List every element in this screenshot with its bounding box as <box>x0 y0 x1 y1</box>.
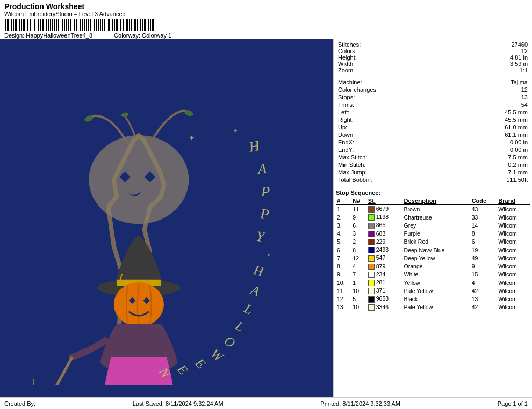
cell-n: 10 <box>351 303 367 311</box>
svg-point-77 <box>121 112 130 118</box>
header-top: Production Worksheet Wilcom EmbroiderySt… <box>0 0 532 39</box>
cell-brand: Wilcom <box>497 254 530 262</box>
machine-stat-value: Tajima <box>511 79 528 85</box>
document-title: Production Worksheet <box>4 2 528 11</box>
cell-brand: Wilcom <box>497 213 530 221</box>
svg-rect-71 <box>148 19 149 31</box>
embroidery-design: H A P P Y H A L L O W E E N ✦ ✦ ✦ <box>21 52 312 385</box>
cell-st: 3346 <box>367 303 403 311</box>
cell-n: 1 <box>351 279 367 287</box>
header-left: Production Worksheet Wilcom EmbroiderySt… <box>4 2 528 39</box>
cell-code: 15 <box>471 271 498 279</box>
svg-rect-55 <box>116 19 118 31</box>
machine-stat-label: Down: <box>338 132 397 138</box>
svg-rect-32 <box>70 19 71 31</box>
svg-rect-13 <box>32 19 32 31</box>
stat-stitches-row: Stitches: 27460 <box>338 41 528 48</box>
cell-code: 9 <box>471 262 498 271</box>
cell-num: 12. <box>336 295 351 303</box>
cell-brand: Wilcom <box>497 287 530 295</box>
cell-num: 1. <box>336 205 351 214</box>
cell-num: 9. <box>336 271 351 279</box>
cell-code: 33 <box>471 213 498 221</box>
cell-st: 229 <box>367 238 403 246</box>
svg-rect-61 <box>129 19 130 31</box>
machine-stat-value: 0.00 in <box>510 139 528 145</box>
svg-point-74 <box>89 135 189 224</box>
cell-num: 10. <box>336 279 351 287</box>
color-swatch <box>368 272 375 278</box>
cell-st: 371 <box>367 287 403 295</box>
machine-stat-value: 61.1 mm <box>505 132 528 138</box>
machine-stat-row: Trims:54 <box>338 101 528 108</box>
cell-code: 14 <box>471 221 498 229</box>
svg-text:H: H <box>247 137 262 155</box>
svg-text:A: A <box>248 282 262 299</box>
svg-rect-7 <box>19 19 20 31</box>
svg-rect-62 <box>131 19 132 31</box>
svg-rect-45 <box>96 19 97 31</box>
color-swatch <box>368 214 375 221</box>
barcode <box>4 19 155 31</box>
svg-point-81 <box>114 282 164 326</box>
table-row: 4. 3 683 Purple 8 Wilcom <box>336 230 530 238</box>
cell-brand: Wilcom <box>497 279 530 287</box>
svg-rect-27 <box>60 19 60 31</box>
svg-text:O: O <box>222 333 238 350</box>
table-row: 6. 8 2493 Deep Navy Blue 19 Wilcom <box>336 246 530 254</box>
svg-rect-69 <box>144 19 146 31</box>
cell-code: 42 <box>471 287 498 295</box>
cell-code: 4 <box>471 279 498 287</box>
design-label: Design: HappyHalloweenTree4_8 <box>4 32 92 39</box>
stat-height-row: Height: 4.81 in <box>338 54 528 61</box>
svg-text:Y: Y <box>255 228 267 245</box>
cell-desc: Orange <box>403 262 471 271</box>
svg-rect-30 <box>66 19 67 31</box>
stop-sequence-table: # N# St. Description Code Brand 1. 11 66… <box>336 197 530 311</box>
cell-desc: Brown <box>403 205 471 214</box>
cell-code: 42 <box>471 303 498 311</box>
cell-st: 547 <box>367 254 403 262</box>
svg-rect-6 <box>18 19 18 31</box>
cell-code: 43 <box>471 205 498 214</box>
svg-rect-67 <box>140 19 141 31</box>
svg-text:✦: ✦ <box>189 134 195 142</box>
color-swatch <box>368 296 375 303</box>
colorway-label: Colorway: Colorway 1 <box>114 32 171 39</box>
col-header-n: N# <box>351 197 367 205</box>
width-label: Width: <box>338 61 355 67</box>
machine-stat-row: Up:61.0 mm <box>338 123 528 131</box>
svg-rect-66 <box>139 19 139 31</box>
svg-rect-48 <box>102 19 103 31</box>
svg-rect-37 <box>80 19 81 31</box>
table-row: 8. 4 879 Orange 9 Wilcom <box>336 262 530 271</box>
machine-stat-value: 7.5 mm <box>508 154 528 160</box>
svg-rect-44 <box>94 19 95 31</box>
cell-st: 865 <box>367 221 403 229</box>
cell-code: 49 <box>471 254 498 262</box>
machine-stat-row: EndY:0.00 in <box>338 146 528 154</box>
machine-stat-value: 45.5 mm <box>505 109 528 115</box>
cell-desc: Deep Navy Blue <box>403 246 471 254</box>
footer: Created By: Last Saved: 8/11/2024 9:32:2… <box>0 397 532 409</box>
svg-rect-39 <box>84 19 85 31</box>
table-row: 5. 2 229 Brick Red 6 Wilcom <box>336 238 530 246</box>
svg-rect-19 <box>45 19 45 31</box>
svg-rect-53 <box>112 19 113 31</box>
cell-st: 6679 <box>367 205 403 214</box>
col-header-desc: Description <box>403 197 471 205</box>
machine-stat-label: Color changes: <box>338 86 397 93</box>
machine-stat-row: Machine:Tajima <box>338 78 528 86</box>
table-row: 11. 10 371 Pale Yellow 42 Wilcom <box>336 287 530 295</box>
svg-text:E: E <box>174 361 191 377</box>
colors-value: 12 <box>521 48 528 54</box>
svg-rect-65 <box>137 19 138 31</box>
svg-rect-2 <box>10 19 10 31</box>
cell-desc: Chartreuse <box>403 213 471 221</box>
machine-stat-row: Total Bobbin:111.50ft <box>338 176 528 184</box>
machine-stat-label: Total Bobbin: <box>338 177 397 183</box>
cell-num: 3. <box>336 221 351 229</box>
svg-rect-9 <box>23 19 25 31</box>
cell-n: 11 <box>351 205 367 214</box>
svg-rect-34 <box>74 19 75 31</box>
